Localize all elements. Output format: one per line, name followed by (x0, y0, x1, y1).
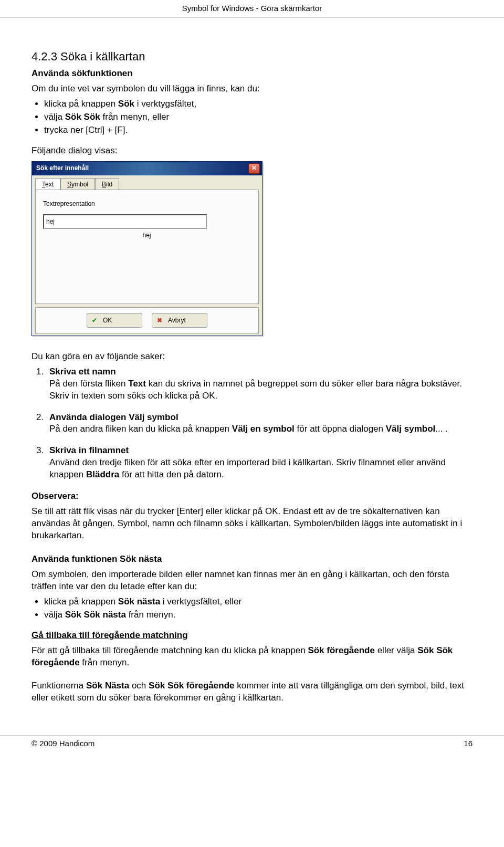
section-heading: 4.2.3 Söka i källkartan (32, 49, 472, 65)
preview-text: hej (143, 231, 151, 239)
num-item-body: Använd den tredje fliken för att söka ef… (49, 457, 446, 479)
subsection-title-prev: Gå tillbaka till föregående matchning (32, 630, 472, 642)
num-item: Använda dialogen Välj symbol På den andr… (46, 412, 472, 436)
num-item: Skriva in filnamnet Använd den tredje fl… (46, 445, 472, 481)
tab-panel: Textrepresentation hej (35, 190, 259, 304)
num-item-body: På den andra fliken kan du klicka på kna… (49, 424, 448, 434)
bullet-item: välja Sök Sök från menyn, eller (44, 111, 472, 123)
cancel-button[interactable]: ✖ Avbryt (152, 313, 207, 328)
close-icon[interactable]: ✕ (248, 163, 260, 174)
num-item: Skriva ett namn På den första fliken Tex… (46, 366, 472, 402)
page-header: Symbol for Windows - Göra skärmkartor (0, 0, 504, 17)
cross-icon: ✖ (155, 316, 164, 325)
subsection-title-search: Använda sökfunktionen (32, 68, 472, 80)
sub3-body: För att gå tillbaka till föregående matc… (32, 645, 472, 669)
dialog-intro: Följande dialog visas: (32, 145, 472, 157)
page-number: 16 (464, 738, 472, 749)
ok-button[interactable]: ✔ OK (87, 313, 142, 328)
dialog-title: Sök efter innehåll (36, 164, 89, 172)
bullet-item: klicka på knappen Sök i verktygsfältet, (44, 98, 472, 110)
bullet-item: välja Sök Sök nästa från menyn. (44, 609, 472, 621)
observe-body: Se till att rätt flik visas när du tryck… (32, 506, 472, 542)
dialog-button-row: ✔ OK ✖ Avbryt (35, 307, 259, 333)
tab-text[interactable]: Text (35, 178, 60, 191)
check-icon: ✔ (90, 316, 99, 325)
field-label: Textrepresentation (43, 200, 251, 208)
page-footer: © 2009 Handicom 16 (0, 736, 504, 749)
cancel-label: Avbryt (168, 316, 186, 325)
tab-bild[interactable]: Bild (95, 178, 119, 191)
search-dialog: Sök efter innehåll ✕ Text Symbol Bild Te… (32, 161, 262, 336)
after-dialog-intro: Du kan göra en av följande saker: (32, 351, 472, 363)
intro-text: Om du inte vet var symbolen du vill lägg… (32, 83, 472, 95)
copyright: © 2009 Handicom (32, 738, 94, 749)
bullet-item: klicka på knappen Sök nästa i verktygsfä… (44, 596, 472, 608)
num-item-body: På den första fliken Text kan du skriva … (49, 379, 462, 401)
observe-label: Observera: (32, 490, 472, 503)
sub2-bullets: klicka på knappen Sök nästa i verktygsfä… (32, 596, 472, 621)
subsection-title-next: Använda funktionen Sök nästa (32, 553, 472, 566)
bullet-item: trycka ner [Ctrl] + [F]. (44, 124, 472, 137)
instruction-bullets: klicka på knappen Sök i verktygsfältet, … (32, 98, 472, 137)
final-paragraph: Funktionerna Sök Nästa och Sök Sök föreg… (32, 680, 472, 704)
tab-symbol[interactable]: Symbol (60, 178, 95, 191)
numbered-instructions: Skriva ett namn På den första fliken Tex… (32, 366, 472, 482)
text-representation-input[interactable] (43, 214, 207, 229)
ok-label: OK (103, 316, 112, 325)
dialog-titlebar[interactable]: Sök efter innehåll ✕ (32, 162, 262, 175)
sub2-intro: Om symbolen, den importerade bilden elle… (32, 569, 472, 593)
